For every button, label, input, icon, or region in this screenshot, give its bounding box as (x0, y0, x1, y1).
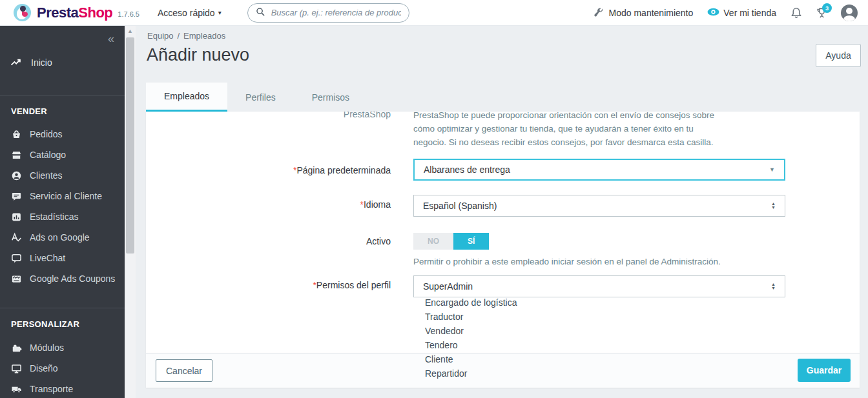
prestashop-logo[interactable]: PrestaShop 1.7.6.5 (0, 4, 140, 21)
maintenance-mode-link[interactable]: Modo mantenimiento (593, 7, 694, 18)
sidebar-item-modulos[interactable]: Módulos (0, 337, 125, 358)
profile-option[interactable]: Vendedor (425, 324, 517, 338)
search-input[interactable] (271, 8, 401, 17)
active-toggle-yes[interactable]: SÍ (453, 233, 489, 250)
top-bar: PrestaShop 1.7.6.5 Acceso rápido ▾ Modo … (0, 0, 868, 26)
active-label: Activo (146, 236, 391, 246)
profile-button[interactable] (841, 5, 858, 21)
sidebar-item-label: Estadísticas (30, 212, 78, 222)
sidebar-item-estadisticas[interactable]: Estadísticas (0, 206, 125, 227)
prestashop-logo-icon (14, 4, 31, 21)
sidebar-divider (0, 95, 125, 95)
sidebar-item-label: Clientes (30, 170, 63, 181)
tab-perfiles[interactable]: Perfiles (227, 83, 294, 112)
sidebar-section-personalizar: PERSONALIZAR (11, 319, 79, 329)
save-button[interactable]: Guardar (798, 359, 851, 382)
tab-empleados[interactable]: Empleados (146, 83, 227, 112)
sidebar-item-inicio[interactable]: Inicio (10, 57, 52, 68)
sidebar-item-label: Google Ads Coupons (30, 274, 115, 284)
scrollbar-up-arrow[interactable]: ▲ (125, 28, 136, 34)
version-label: 1.7.6.5 (118, 10, 140, 18)
eye-icon (707, 7, 718, 18)
profile-option[interactable]: Traductor (425, 310, 517, 324)
sidebar-item-google-ads-coupons[interactable]: Google Ads Coupons (0, 268, 125, 289)
profile-option[interactable]: Repartidor (425, 366, 517, 381)
default-page-label: *Página predeterminada (146, 165, 391, 175)
quick-access-dropdown[interactable]: Acceso rápido ▾ (158, 8, 222, 18)
sidebar-collapse-button[interactable]: « (108, 32, 114, 46)
sidebar-item-livechat[interactable]: LiveChat (0, 248, 125, 268)
puzzle-icon (11, 343, 22, 353)
breadcrumb: Equipo/Empleados (147, 31, 225, 41)
chevron-down-icon: ▼ (769, 166, 775, 173)
breadcrumb-empleados[interactable]: Empleados (183, 31, 225, 41)
chevron-down-icon: ▾ (218, 9, 222, 16)
sidebar-item-label: Pedidos (30, 129, 63, 139)
prestashop-admin: PrestaShop 1.7.6.5 Acceso rápido ▾ Modo … (0, 0, 868, 398)
default-page-value: Albaranes de entrega (424, 164, 510, 175)
wrench-icon (593, 7, 604, 18)
notifications-button[interactable] (790, 7, 801, 18)
search-icon (256, 7, 267, 18)
truck-icon (11, 384, 22, 395)
view-shop-link[interactable]: Ver mi tienda (707, 7, 776, 18)
sidebar: « Inicio VENDER Pedidos Catálogo (0, 26, 125, 398)
sidebar-item-catalogo[interactable]: Catálogo (0, 144, 125, 165)
bell-icon (790, 7, 801, 18)
google-ads-icon (11, 232, 22, 243)
select-arrows-icon: ▲▼ (771, 283, 776, 290)
breadcrumb-separator: / (177, 31, 180, 41)
sidebar-item-label: Catálogo (30, 150, 66, 160)
help-button[interactable]: Ayuda (816, 44, 861, 67)
breadcrumb-equipo[interactable]: Equipo (147, 31, 173, 41)
sidebar-item-label: Servicio al Cliente (30, 191, 102, 201)
top-bar-actions: Modo mantenimiento Ver mi tienda 3 (593, 5, 868, 21)
chat-icon (11, 191, 22, 202)
active-toggle: NO SÍ (413, 233, 489, 250)
scrollbar-thumb[interactable] (126, 37, 134, 254)
content-scrollbar[interactable]: ▲ (125, 26, 136, 398)
sidebar-item-diseno[interactable]: Diseño (0, 358, 125, 379)
sidebar-item-label: Inicio (31, 57, 52, 68)
active-toggle-no[interactable]: NO (413, 233, 453, 250)
store-icon (11, 150, 22, 161)
sidebar-group-vender: Pedidos Catálogo Clientes Servicio al Cl… (0, 124, 125, 289)
sidebar-group-personalizar: Módulos Diseño Transporte (0, 337, 125, 398)
sidebar-item-label: Módulos (30, 343, 64, 353)
profile-selected-value: SuperAdmin (423, 281, 473, 292)
basket-icon (11, 129, 22, 140)
quick-access-label: Acceso rápido (158, 8, 215, 18)
avatar-icon (841, 5, 858, 21)
tab-permisos[interactable]: Permisos (294, 83, 367, 112)
brand-wordmark: PrestaShop (37, 5, 112, 21)
sidebar-item-clientes[interactable]: Clientes (0, 165, 125, 186)
tab-bar: Empleados Perfiles Permisos (146, 83, 367, 112)
achievements-button[interactable]: 3 (816, 7, 827, 18)
language-select[interactable]: Español (Spanish) ▲▼ (413, 195, 785, 217)
active-help-text: Permitir o prohibir a este empleado inic… (413, 255, 775, 268)
sidebar-divider (0, 308, 125, 308)
profile-select[interactable]: SuperAdmin ▲▼ (413, 275, 785, 297)
sidebar-item-transporte[interactable]: Transporte (0, 379, 125, 398)
select-arrows-icon: ▲▼ (771, 202, 776, 210)
language-value: Español (Spanish) (423, 201, 497, 211)
sidebar-item-label: LiveChat (30, 253, 65, 263)
sidebar-item-ads-on-google[interactable]: Ads on Google (0, 227, 125, 248)
notification-badge: 3 (822, 3, 832, 13)
sidebar-item-label: Transporte (30, 384, 73, 394)
profile-option[interactable]: Tendero (425, 338, 517, 352)
customer-icon (11, 170, 22, 181)
coupon-icon (11, 274, 22, 284)
prestashop-help-text: PrestaShop te puede proporcionar orienta… (413, 112, 727, 149)
cancel-button[interactable]: Cancelar (156, 359, 212, 382)
profile-option[interactable]: Cliente (425, 352, 517, 366)
global-search[interactable] (247, 3, 409, 23)
sidebar-item-pedidos[interactable]: Pedidos (0, 124, 125, 144)
monitor-icon (11, 363, 22, 374)
sidebar-section-vender: VENDER (11, 106, 47, 116)
page-title: Añadir nuevo (147, 45, 249, 65)
profile-option[interactable]: Encargado de logística (425, 295, 517, 310)
sidebar-item-label: Diseño (30, 363, 58, 373)
sidebar-item-servicio[interactable]: Servicio al Cliente (0, 186, 125, 206)
default-page-select[interactable]: Albaranes de entrega ▼ (413, 159, 785, 181)
